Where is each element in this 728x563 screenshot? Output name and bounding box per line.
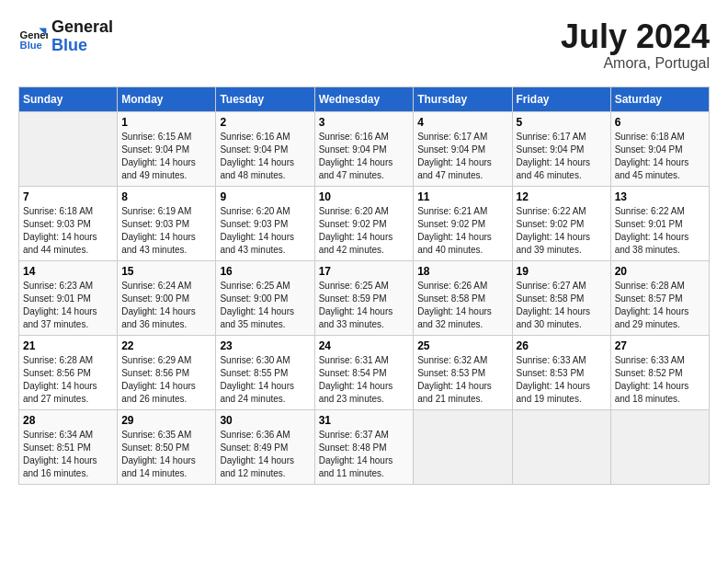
day-number: 18 xyxy=(417,265,507,278)
calendar-cell: 31Sunrise: 6:37 AM Sunset: 8:48 PM Dayli… xyxy=(314,409,414,484)
day-info: Sunrise: 6:25 AM Sunset: 8:59 PM Dayligh… xyxy=(319,280,410,331)
day-number: 26 xyxy=(517,339,607,352)
location: Amora, Portugal xyxy=(561,55,710,72)
weekday-header-monday: Monday xyxy=(118,86,216,111)
day-info: Sunrise: 6:18 AM Sunset: 9:03 PM Dayligh… xyxy=(23,205,113,257)
title-block: July 2024 Amora, Portugal xyxy=(561,18,710,72)
calendar-cell: 27Sunrise: 6:33 AM Sunset: 8:52 PM Dayli… xyxy=(610,335,709,409)
day-number: 1 xyxy=(121,116,211,129)
day-number: 10 xyxy=(319,190,410,203)
month-year: July 2024 xyxy=(561,18,710,55)
day-info: Sunrise: 6:20 AM Sunset: 9:02 PM Dayligh… xyxy=(319,205,410,257)
day-number: 28 xyxy=(23,414,113,427)
day-info: Sunrise: 6:28 AM Sunset: 8:57 PM Dayligh… xyxy=(615,280,705,331)
day-number: 17 xyxy=(319,265,410,278)
day-info: Sunrise: 6:19 AM Sunset: 9:03 PM Dayligh… xyxy=(121,205,211,257)
day-info: Sunrise: 6:23 AM Sunset: 9:01 PM Dayligh… xyxy=(23,280,113,331)
day-number: 2 xyxy=(220,116,310,129)
day-info: Sunrise: 6:22 AM Sunset: 9:02 PM Dayligh… xyxy=(517,205,607,257)
calendar-cell xyxy=(414,409,512,484)
day-info: Sunrise: 6:33 AM Sunset: 8:52 PM Dayligh… xyxy=(615,354,705,406)
calendar-cell: 5Sunrise: 6:17 AM Sunset: 9:04 PM Daylig… xyxy=(512,111,610,186)
weekday-header-tuesday: Tuesday xyxy=(216,86,314,111)
day-number: 5 xyxy=(517,116,607,129)
day-number: 20 xyxy=(615,265,705,278)
calendar-cell xyxy=(512,409,610,484)
weekday-header-sunday: Sunday xyxy=(19,86,118,111)
day-info: Sunrise: 6:27 AM Sunset: 8:58 PM Dayligh… xyxy=(517,280,607,331)
day-number: 29 xyxy=(121,414,211,427)
day-number: 4 xyxy=(417,116,507,129)
logo-icon: General Blue xyxy=(18,22,48,52)
calendar-cell: 1Sunrise: 6:15 AM Sunset: 9:04 PM Daylig… xyxy=(118,111,216,186)
day-info: Sunrise: 6:15 AM Sunset: 9:04 PM Dayligh… xyxy=(121,131,211,182)
calendar-cell: 20Sunrise: 6:28 AM Sunset: 8:57 PM Dayli… xyxy=(610,260,709,335)
day-number: 27 xyxy=(615,339,705,352)
day-number: 6 xyxy=(615,116,705,129)
calendar-cell: 4Sunrise: 6:17 AM Sunset: 9:04 PM Daylig… xyxy=(414,111,512,186)
calendar-cell: 9Sunrise: 6:20 AM Sunset: 9:03 PM Daylig… xyxy=(216,186,314,260)
day-info: Sunrise: 6:30 AM Sunset: 8:55 PM Dayligh… xyxy=(220,354,310,406)
calendar-cell: 18Sunrise: 6:26 AM Sunset: 8:58 PM Dayli… xyxy=(414,260,512,335)
calendar-cell: 29Sunrise: 6:35 AM Sunset: 8:50 PM Dayli… xyxy=(118,409,216,484)
day-info: Sunrise: 6:24 AM Sunset: 9:00 PM Dayligh… xyxy=(121,280,211,331)
calendar-cell xyxy=(19,111,118,186)
calendar-cell: 12Sunrise: 6:22 AM Sunset: 9:02 PM Dayli… xyxy=(512,186,610,260)
day-info: Sunrise: 6:31 AM Sunset: 8:54 PM Dayligh… xyxy=(319,354,410,406)
calendar-cell: 19Sunrise: 6:27 AM Sunset: 8:58 PM Dayli… xyxy=(512,260,610,335)
calendar-cell: 7Sunrise: 6:18 AM Sunset: 9:03 PM Daylig… xyxy=(19,186,118,260)
day-info: Sunrise: 6:29 AM Sunset: 8:56 PM Dayligh… xyxy=(121,354,211,406)
day-number: 30 xyxy=(220,414,310,427)
day-info: Sunrise: 6:33 AM Sunset: 8:53 PM Dayligh… xyxy=(517,354,607,406)
day-number: 8 xyxy=(121,190,211,203)
calendar-cell: 17Sunrise: 6:25 AM Sunset: 8:59 PM Dayli… xyxy=(314,260,414,335)
calendar-cell: 28Sunrise: 6:34 AM Sunset: 8:51 PM Dayli… xyxy=(19,409,118,484)
day-info: Sunrise: 6:37 AM Sunset: 8:48 PM Dayligh… xyxy=(319,429,410,480)
calendar-cell: 11Sunrise: 6:21 AM Sunset: 9:02 PM Dayli… xyxy=(414,186,512,260)
day-number: 23 xyxy=(220,339,310,352)
day-number: 25 xyxy=(417,339,507,352)
day-number: 24 xyxy=(319,339,410,352)
day-number: 31 xyxy=(319,414,410,427)
calendar-cell: 13Sunrise: 6:22 AM Sunset: 9:01 PM Dayli… xyxy=(610,186,709,260)
calendar-cell: 30Sunrise: 6:36 AM Sunset: 8:49 PM Dayli… xyxy=(216,409,314,484)
day-info: Sunrise: 6:18 AM Sunset: 9:04 PM Dayligh… xyxy=(615,131,705,182)
day-info: Sunrise: 6:36 AM Sunset: 8:49 PM Dayligh… xyxy=(220,429,310,480)
logo: General Blue GeneralBlue xyxy=(18,18,113,55)
calendar-table: SundayMondayTuesdayWednesdayThursdayFrid… xyxy=(18,86,710,485)
calendar-cell: 6Sunrise: 6:18 AM Sunset: 9:04 PM Daylig… xyxy=(610,111,709,186)
calendar-cell: 10Sunrise: 6:20 AM Sunset: 9:02 PM Dayli… xyxy=(314,186,414,260)
calendar-cell: 16Sunrise: 6:25 AM Sunset: 9:00 PM Dayli… xyxy=(216,260,314,335)
day-number: 21 xyxy=(23,339,113,352)
day-number: 16 xyxy=(220,265,310,278)
day-number: 19 xyxy=(517,265,607,278)
day-info: Sunrise: 6:26 AM Sunset: 8:58 PM Dayligh… xyxy=(417,280,507,331)
calendar-cell: 26Sunrise: 6:33 AM Sunset: 8:53 PM Dayli… xyxy=(512,335,610,409)
day-number: 15 xyxy=(121,265,211,278)
calendar-cell xyxy=(610,409,709,484)
day-info: Sunrise: 6:35 AM Sunset: 8:50 PM Dayligh… xyxy=(121,429,211,480)
day-number: 12 xyxy=(517,190,607,203)
day-number: 3 xyxy=(319,116,410,129)
calendar-cell: 3Sunrise: 6:16 AM Sunset: 9:04 PM Daylig… xyxy=(314,111,414,186)
day-number: 9 xyxy=(220,190,310,203)
weekday-header-thursday: Thursday xyxy=(414,86,512,111)
day-number: 13 xyxy=(615,190,705,203)
calendar-cell: 24Sunrise: 6:31 AM Sunset: 8:54 PM Dayli… xyxy=(314,335,414,409)
day-info: Sunrise: 6:25 AM Sunset: 9:00 PM Dayligh… xyxy=(220,280,310,331)
calendar-cell: 14Sunrise: 6:23 AM Sunset: 9:01 PM Dayli… xyxy=(19,260,118,335)
weekday-header-wednesday: Wednesday xyxy=(314,86,414,111)
page-header: General Blue GeneralBlue July 2024 Amora… xyxy=(18,18,710,72)
calendar-cell: 15Sunrise: 6:24 AM Sunset: 9:00 PM Dayli… xyxy=(118,260,216,335)
day-info: Sunrise: 6:16 AM Sunset: 9:04 PM Dayligh… xyxy=(220,131,310,182)
calendar-cell: 8Sunrise: 6:19 AM Sunset: 9:03 PM Daylig… xyxy=(118,186,216,260)
day-number: 14 xyxy=(23,265,113,278)
calendar-cell: 22Sunrise: 6:29 AM Sunset: 8:56 PM Dayli… xyxy=(118,335,216,409)
day-info: Sunrise: 6:16 AM Sunset: 9:04 PM Dayligh… xyxy=(319,131,410,182)
day-info: Sunrise: 6:22 AM Sunset: 9:01 PM Dayligh… xyxy=(615,205,705,257)
day-info: Sunrise: 6:28 AM Sunset: 8:56 PM Dayligh… xyxy=(23,354,113,406)
day-info: Sunrise: 6:34 AM Sunset: 8:51 PM Dayligh… xyxy=(23,429,113,480)
calendar-cell: 23Sunrise: 6:30 AM Sunset: 8:55 PM Dayli… xyxy=(216,335,314,409)
day-number: 7 xyxy=(23,190,113,203)
calendar-cell: 21Sunrise: 6:28 AM Sunset: 8:56 PM Dayli… xyxy=(19,335,118,409)
